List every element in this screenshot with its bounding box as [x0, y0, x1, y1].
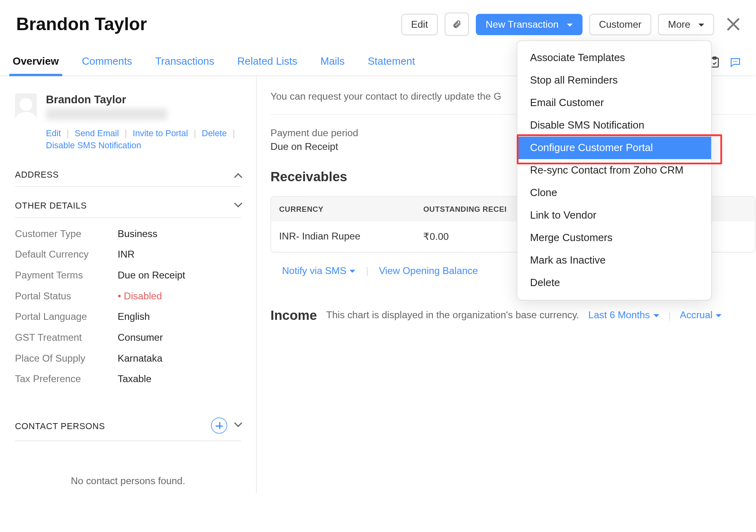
detail-row: Default CurrencyINR — [15, 244, 241, 265]
profile-send-email-link[interactable]: Send Email — [75, 128, 119, 138]
caret-down-icon — [346, 265, 356, 276]
payment-due-label: Payment due period — [270, 126, 420, 140]
detail-row: GST TreatmentConsumer — [15, 327, 241, 348]
detail-value: English — [118, 311, 150, 323]
edit-button[interactable]: Edit — [401, 14, 438, 35]
menu-item[interactable]: Configure Customer Portal — [517, 137, 711, 159]
detail-label: Default Currency — [15, 249, 117, 261]
profile-invite-link[interactable]: Invite to Portal — [133, 128, 188, 138]
detail-row: Payment TermsDue on Receipt — [15, 265, 241, 286]
menu-item[interactable]: Stop all Reminders — [517, 69, 711, 92]
menu-item[interactable]: Email Customer — [517, 92, 711, 114]
detail-label: Portal Status — [15, 291, 117, 302]
detail-row: Customer TypeBusiness — [15, 224, 241, 245]
detail-row: Tax PreferenceTaxable — [15, 369, 241, 390]
page-title: Brandon Taylor — [16, 14, 147, 35]
profile-email-blurred — [46, 108, 167, 120]
tab-statement[interactable]: Statement — [368, 49, 415, 76]
attachment-button[interactable] — [445, 13, 469, 36]
caret-down-icon — [650, 310, 659, 321]
menu-item[interactable]: Link to Vendor — [517, 204, 711, 227]
more-button[interactable]: More — [658, 14, 714, 35]
detail-value: Taxable — [118, 374, 152, 385]
tab-overview[interactable]: Overview — [13, 49, 59, 76]
view-opening-balance-link[interactable]: View Opening Balance — [379, 265, 478, 277]
section-head-other-details[interactable]: OTHER DETAILS — [15, 190, 241, 218]
svg-point-4 — [736, 61, 738, 62]
customer-button[interactable]: Customer — [589, 14, 652, 35]
cell-currency: INR- Indian Rupee — [271, 221, 415, 252]
detail-value: Due on Receipt — [118, 270, 185, 282]
detail-label: GST Treatment — [15, 332, 117, 344]
detail-row: Portal StatusDisabled — [15, 286, 241, 307]
profile-disable-sms-link[interactable]: Disable SMS Notification — [46, 140, 141, 150]
svg-point-2 — [733, 61, 734, 62]
profile-delete-link[interactable]: Delete — [202, 128, 227, 138]
detail-row: Place Of SupplyKarnataka — [15, 348, 241, 369]
paperclip-icon — [452, 18, 461, 30]
menu-item[interactable]: Disable SMS Notification — [517, 114, 711, 137]
avatar — [15, 93, 37, 125]
income-title: Income — [270, 308, 317, 323]
income-note: This chart is displayed in the organizat… — [326, 310, 579, 321]
chat-icon[interactable] — [729, 55, 742, 68]
chevron-down-icon — [234, 419, 242, 427]
detail-label: Payment Terms — [15, 270, 117, 282]
chevron-up-icon — [234, 173, 242, 181]
detail-label: Place Of Supply — [15, 353, 117, 364]
tab-mails[interactable]: Mails — [320, 49, 344, 76]
menu-item[interactable]: Merge Customers — [517, 227, 711, 249]
th-currency: CURRENCY — [271, 196, 415, 221]
tab-related-lists[interactable]: Related Lists — [237, 49, 297, 76]
tab-comments[interactable]: Comments — [82, 49, 132, 76]
close-icon[interactable] — [727, 18, 740, 31]
income-range-dropdown[interactable]: Last 6 Months — [588, 310, 659, 321]
detail-value: Business — [118, 228, 158, 240]
detail-value: Karnataka — [118, 353, 162, 364]
caret-down-icon — [713, 310, 722, 321]
header-actions: Edit New Transaction Customer More — [401, 13, 739, 36]
payment-due-value: Due on Receipt — [270, 141, 338, 153]
menu-item[interactable]: Delete — [517, 272, 711, 294]
svg-point-3 — [735, 61, 736, 62]
empty-contacts-message: No contact persons found. — [15, 476, 241, 487]
detail-value: INR — [118, 249, 135, 261]
detail-label: Customer Type — [15, 228, 117, 240]
detail-value: Disabled — [118, 291, 162, 302]
income-basis-dropdown[interactable]: Accrual — [680, 310, 722, 321]
sidebar: Brandon Taylor Edit| Send Email| Invite … — [0, 76, 257, 493]
add-contact-person-button[interactable] — [211, 417, 227, 434]
menu-item[interactable]: Clone — [517, 182, 711, 204]
caret-down-icon — [695, 19, 704, 29]
detail-row: Portal LanguageEnglish — [15, 307, 241, 327]
chevron-down-icon — [234, 199, 242, 207]
caret-down-icon — [563, 19, 572, 29]
menu-item[interactable]: Mark as Inactive — [517, 249, 711, 272]
detail-value: Consumer — [118, 332, 163, 344]
section-head-contact-persons[interactable]: CONTACT PERSONS — [15, 407, 241, 441]
notify-via-sms-link[interactable]: Notify via SMS — [282, 265, 356, 277]
menu-item[interactable]: Associate Templates — [517, 47, 711, 69]
detail-label: Portal Language — [15, 311, 117, 323]
section-head-address[interactable]: ADDRESS — [15, 159, 241, 187]
more-menu: Associate TemplatesStop all RemindersEma… — [517, 40, 712, 300]
detail-label: Tax Preference — [15, 374, 117, 385]
tab-transactions[interactable]: Transactions — [155, 49, 214, 76]
profile-name: Brandon Taylor — [46, 93, 241, 106]
menu-item[interactable]: Re-sync Contact from Zoho CRM — [517, 159, 711, 182]
new-transaction-button[interactable]: New Transaction — [476, 14, 582, 35]
profile-edit-link[interactable]: Edit — [46, 128, 61, 138]
